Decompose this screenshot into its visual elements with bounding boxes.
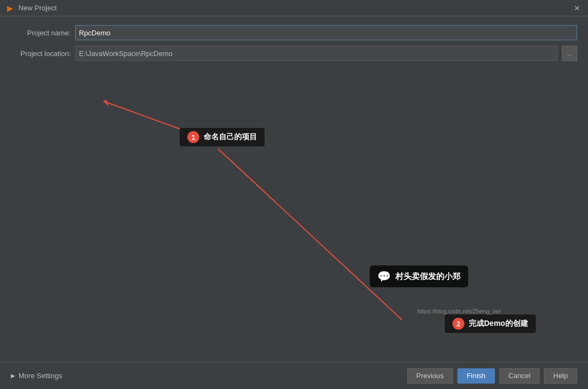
arrows-overlay (0, 70, 588, 320)
browse-button[interactable]: ... (562, 46, 577, 61)
annotation-1-text: 命名自己的项目 (204, 132, 257, 142)
csdn-link: https://blog.csdn.net/Zheng_lan (418, 308, 501, 314)
wechat-icon: 💬 (377, 270, 391, 283)
wechat-badge: 💬 村头卖假发的小郑 (370, 265, 468, 287)
chevron-icon: ▶ (11, 373, 15, 379)
annotation-2: 2 完成Demo的创建 (445, 314, 536, 333)
more-settings-toggle[interactable]: ▶ More Settings (11, 372, 62, 380)
project-location-label: Project location: (11, 50, 71, 58)
project-name-row: Project name: (11, 25, 577, 40)
finish-button[interactable]: Finish (457, 368, 495, 384)
annotation-1-number: 1 (187, 131, 199, 143)
project-location-row: Project location: ... (11, 46, 577, 61)
svg-line-2 (218, 149, 414, 320)
project-location-input[interactable] (75, 46, 558, 61)
content-area: 1 命名自己的项目 2 完成Demo的创建 💬 村头卖假发的小郑 https:/… (0, 70, 588, 320)
dialog-window: ▶ New Project ✕ Project name: Project lo… (0, 0, 588, 389)
form-area: Project name: Project location: ... (0, 16, 588, 70)
dialog-title: New Project (19, 4, 567, 12)
bottom-bar: ▶ More Settings Previous Finish Cancel H… (0, 362, 588, 389)
annotation-2-number: 2 (452, 318, 464, 330)
cancel-button[interactable]: Cancel (499, 368, 540, 384)
wechat-text: 村头卖假发的小郑 (395, 271, 461, 282)
project-name-input[interactable] (75, 25, 577, 40)
help-button[interactable]: Help (544, 368, 577, 384)
title-bar: ▶ New Project ✕ (0, 0, 588, 16)
project-name-label: Project name: (11, 29, 71, 37)
svg-marker-1 (103, 100, 109, 107)
more-settings-label: More Settings (19, 372, 62, 380)
app-icon: ▶ (5, 4, 14, 13)
annotation-1: 1 命名自己的项目 (180, 128, 265, 146)
close-button[interactable]: ✕ (572, 3, 583, 14)
bottom-buttons: Previous Finish Cancel Help (407, 368, 577, 384)
annotation-2-text: 完成Demo的创建 (469, 319, 528, 329)
previous-button[interactable]: Previous (407, 368, 454, 384)
